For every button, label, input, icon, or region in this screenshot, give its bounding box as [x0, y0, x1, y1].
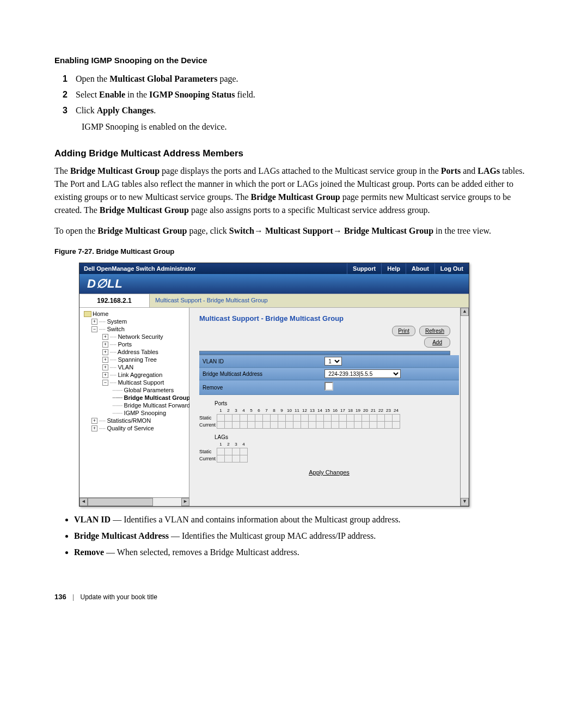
list-item: Remove — When selected, removes a Bridge…: [74, 546, 539, 559]
tree-vlan[interactable]: VLAN: [118, 364, 133, 370]
section-heading: Enabling IGMP Snooping on the Device: [54, 54, 539, 67]
field-table: VLAN ID 1 Bridge Multicast Address 224-2…: [199, 355, 459, 395]
step-3: 3 Click Apply Changes.: [54, 104, 539, 117]
book-title: Update with your book title: [81, 593, 157, 601]
label-bridge-multicast-address: Bridge Multicast Address: [199, 368, 321, 380]
tree-global-parameters[interactable]: Global Parameters: [124, 387, 174, 393]
link-logout[interactable]: Log Out: [434, 263, 469, 274]
scroll-left-icon[interactable]: ◄: [79, 498, 88, 506]
row-current-label: Current: [199, 422, 217, 429]
bullet-list: VLAN ID — Identifies a VLAN and contains…: [54, 513, 539, 559]
apply-changes-button[interactable]: Apply Changes: [309, 469, 350, 476]
breadcrumb-row: 192.168.2.1 Multicast Support - Bridge M…: [79, 294, 469, 308]
content-vertical-scrollbar[interactable]: ▲ ▼: [460, 308, 469, 506]
expand-icon[interactable]: +: [102, 342, 108, 348]
tree-home[interactable]: Home: [93, 311, 108, 317]
nav-tree[interactable]: Home +······ System −······ Switch +····…: [79, 308, 189, 497]
expand-icon[interactable]: +: [102, 349, 108, 355]
expand-icon[interactable]: +: [102, 357, 108, 363]
tree-switch[interactable]: Switch: [107, 326, 124, 332]
expand-icon[interactable]: +: [102, 334, 108, 340]
tree-quality-of-service[interactable]: Quality of Service: [107, 425, 154, 431]
tree-system[interactable]: System: [107, 318, 127, 325]
ports-grid[interactable]: 123456789101112131415161718192021222324: [217, 407, 400, 429]
add-button[interactable]: Add: [424, 337, 450, 348]
refresh-button[interactable]: Refresh: [419, 326, 450, 336]
tree-bridge-multicast-group[interactable]: Bridge Multicast Group: [124, 394, 191, 401]
row-static-label: Static: [199, 448, 217, 455]
row-current-label: Current: [199, 455, 217, 462]
expand-icon[interactable]: +: [91, 418, 97, 424]
collapse-icon[interactable]: −: [102, 380, 108, 386]
expand-icon[interactable]: +: [102, 364, 108, 370]
tree-link-aggregation[interactable]: Link Aggregation: [118, 372, 162, 378]
lags-grid-block: LAGs Static Current 1234: [199, 433, 450, 462]
divider: [199, 351, 450, 355]
tree-network-security[interactable]: Network Security: [118, 333, 163, 340]
tree-spanning-tree[interactable]: Spanning Tree: [118, 356, 157, 363]
tree-horizontal-scrollbar[interactable]: ◄ ►: [79, 497, 189, 506]
expand-icon[interactable]: +: [91, 425, 97, 431]
step-result: IGMP Snooping is enabled on the device.: [82, 120, 539, 133]
scroll-up-icon[interactable]: ▲: [461, 308, 469, 316]
app-screenshot: Dell OpenManage Switch Administrator Sup…: [79, 263, 469, 507]
label-remove: Remove: [199, 380, 321, 395]
tree-address-tables[interactable]: Address Tables: [118, 349, 158, 355]
collapse-icon[interactable]: −: [91, 326, 97, 332]
label-vlan-id: VLAN ID: [199, 355, 321, 368]
expand-icon[interactable]: +: [102, 372, 108, 378]
tree-igmp-snooping[interactable]: IGMP Snooping: [124, 410, 166, 416]
lags-label: LAGs: [199, 433, 450, 441]
paragraph: The Bridge Multicast Group page displays…: [54, 165, 539, 217]
logo-icon: D∅LL: [79, 275, 123, 293]
subsection-heading: Adding Bridge Multicast Address Members: [54, 147, 539, 161]
page-footer: 136 | Update with your book title: [54, 592, 539, 602]
ports-label: Ports: [199, 399, 450, 407]
folder-icon: [84, 311, 91, 317]
step-number: 1: [63, 72, 74, 86]
ports-grid-block: Ports Static Current 1234567891011121314…: [199, 399, 450, 429]
step-text: Select Enable in the IGMP Snooping Statu…: [76, 90, 255, 99]
tree-statistics-rmon[interactable]: Statistics/RMON: [107, 417, 151, 424]
step-number: 2: [63, 88, 74, 101]
row-static-label: Static: [199, 415, 217, 422]
tree-multicast-support[interactable]: Multicast Support: [118, 379, 164, 386]
step-text: Click Apply Changes.: [76, 106, 156, 115]
step-text: Open the Multicast Global Parameters pag…: [76, 74, 238, 83]
breadcrumb: Multicast Support - Bridge Multicast Gro…: [150, 296, 268, 305]
bridge-multicast-address-select[interactable]: 224-239.133|5.5.5: [324, 369, 401, 378]
vlan-id-select[interactable]: 1: [324, 357, 342, 366]
scroll-down-icon[interactable]: ▼: [461, 498, 469, 506]
list-item: VLAN ID — Identifies a VLAN and contains…: [74, 513, 539, 526]
tree-bridge-multicast-forward-all[interactable]: Bridge Multicast Forward All: [124, 402, 198, 409]
remove-checkbox[interactable]: [324, 382, 333, 391]
scroll-right-icon[interactable]: ►: [181, 498, 189, 506]
link-support[interactable]: Support: [347, 263, 381, 274]
paragraph: To open the Bridge Multicast Group page,…: [54, 224, 539, 238]
step-2: 2 Select Enable in the IGMP Snooping Sta…: [54, 88, 539, 101]
tree-ports[interactable]: Ports: [118, 341, 132, 348]
print-button[interactable]: Print: [392, 326, 415, 336]
link-help[interactable]: Help: [381, 263, 406, 274]
figure-caption: Figure 7-27. Bridge Multicast Group: [54, 246, 539, 257]
list-item: Bridge Multicast Address — Identifies th…: [74, 530, 539, 543]
footer-separator: |: [72, 593, 74, 601]
expand-icon[interactable]: +: [91, 319, 97, 325]
logo-row: D∅LL: [79, 274, 469, 294]
step-number: 3: [63, 104, 74, 117]
page-number: 136: [54, 593, 66, 601]
ip-address: 192.168.2.1: [79, 294, 150, 307]
content-pane: Multicast Support - Bridge Multicast Gro…: [189, 308, 469, 506]
step-1: 1 Open the Multicast Global Parameters p…: [54, 72, 539, 86]
lags-grid[interactable]: 1234: [217, 441, 248, 462]
title-bar: Dell OpenManage Switch Administrator Sup…: [79, 263, 469, 274]
app-title: Dell OpenManage Switch Administrator: [79, 263, 196, 274]
link-about[interactable]: About: [406, 263, 434, 274]
panel-title: Multicast Support - Bridge Multicast Gro…: [199, 313, 459, 324]
